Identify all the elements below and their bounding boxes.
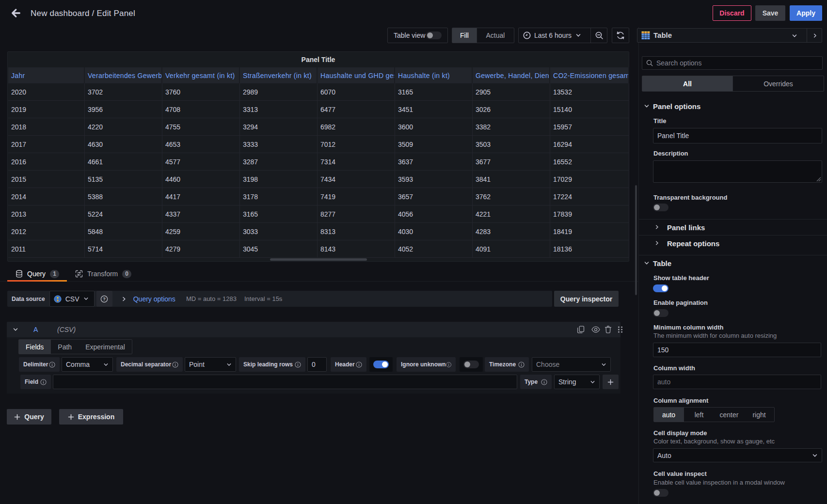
svg-text:?: ? xyxy=(103,297,106,301)
